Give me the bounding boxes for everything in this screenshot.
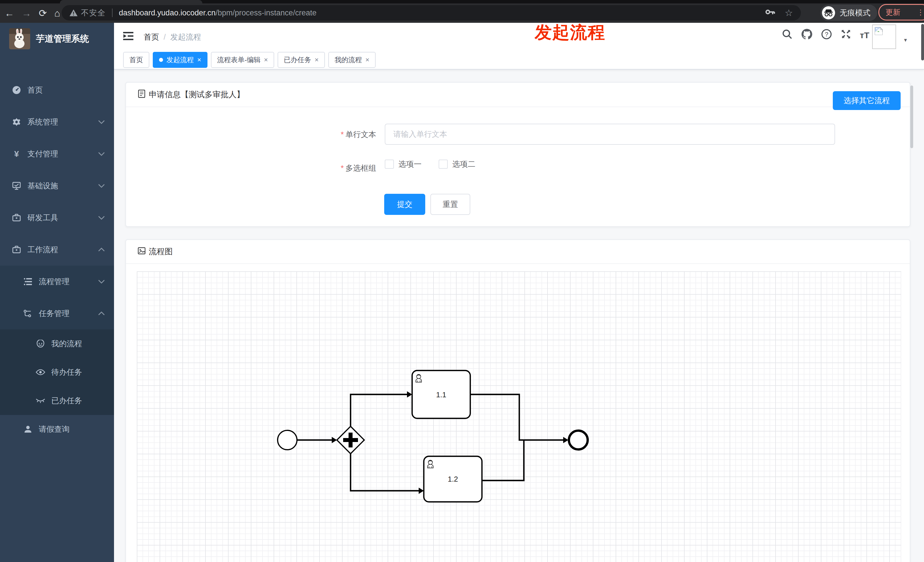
address-bar[interactable]: 不安全 dashboard.yudao.iocoder.cn /bpm/proc… (62, 5, 801, 21)
checkbox-label: 选项二 (452, 159, 476, 169)
tab-close-icon[interactable]: × (264, 56, 268, 64)
bookmark-star-icon[interactable]: ☆ (784, 7, 793, 18)
sidebar-item-infra[interactable]: 基础设施 (0, 170, 114, 202)
active-tab-dot (159, 58, 163, 62)
insecure-label: 不安全 (81, 8, 106, 18)
svg-text:?: ? (825, 31, 828, 38)
github-icon[interactable] (801, 28, 813, 42)
chevron-up-icon (98, 245, 105, 254)
update-label: 更新 (885, 7, 900, 17)
checkbox-label: 选项一 (399, 159, 422, 169)
tab-done-tasks[interactable]: 已办任务 × (278, 52, 325, 68)
sidebar-item-todo-tasks[interactable]: 待办任务 (0, 358, 114, 387)
avatar-caret-icon[interactable]: ▾ (904, 36, 907, 43)
reload-icon[interactable]: ⟳ (39, 7, 47, 19)
tab-start-process[interactable]: 发起流程 × (153, 52, 207, 68)
tab-close-icon[interactable]: × (365, 56, 369, 64)
flow-task2-to-end (482, 441, 524, 481)
browser-toolbar: ← → ⟳ ⌂ 不安全 dashboard.yudao.iocoder.cn /… (0, 0, 924, 23)
chevron-down-icon (98, 150, 105, 159)
required-mark: * (340, 164, 344, 172)
sidebar-item-system[interactable]: 系统管理 (0, 106, 114, 138)
breadcrumb-home[interactable]: 首页 (144, 32, 159, 42)
diagram-card-header: 流程图 (126, 240, 910, 264)
bpmn-canvas[interactable]: 1.1 1.2 (137, 271, 901, 562)
help-icon[interactable]: ? (821, 29, 832, 42)
sidebar-item-done-tasks[interactable]: 已办任务 (0, 387, 114, 415)
tab-label: 流程表单-编辑 (217, 55, 261, 64)
sidebar-collapse-icon[interactable] (123, 31, 134, 43)
sidebar-item-my-process[interactable]: 我的流程 (0, 330, 114, 358)
chevron-down-icon (98, 213, 105, 222)
tab-home[interactable]: 首页 (123, 52, 149, 68)
user-icon (23, 425, 33, 433)
checkbox-option-2[interactable]: 选项二 (439, 159, 476, 169)
fullscreen-icon[interactable] (840, 29, 851, 42)
flow-branch-icon (23, 310, 33, 318)
document-icon (137, 90, 146, 100)
password-key-icon[interactable] (765, 9, 776, 17)
checkbox-option-1[interactable]: 选项一 (385, 159, 422, 169)
briefcase-icon (11, 245, 22, 254)
toolbox-icon (11, 213, 22, 222)
search-icon[interactable] (782, 29, 793, 42)
chevron-down-icon (98, 277, 105, 286)
sidebar-item-label: 工作流程 (27, 244, 58, 255)
browser-tabstrip (0, 0, 924, 3)
sidebar-item-label: 请假查询 (39, 424, 69, 434)
font-size-icon[interactable]: тT (860, 30, 869, 40)
chrome-update-button[interactable]: 更新 ⋮ (878, 4, 924, 21)
browser-active-tab[interactable] (60, 0, 202, 3)
sidebar-item-task-mgmt[interactable]: 任务管理 (0, 298, 114, 330)
single-text-input[interactable] (385, 124, 835, 145)
sidebar-item-process-mgmt[interactable]: 流程管理 (0, 265, 114, 298)
parallel-gateway[interactable] (337, 426, 364, 454)
field-label: 多选框组 (345, 164, 376, 172)
tab-form-edit[interactable]: 流程表单-编辑 × (211, 52, 274, 68)
sidebar-item-home[interactable]: 首页 (0, 74, 114, 106)
flow-task1-to-end (470, 394, 563, 440)
sidebar-item-devtools[interactable]: 研发工具 (0, 202, 114, 234)
app-header: 首页 / 发起流程 ? тT ▾ 发起流程 (114, 23, 924, 51)
breadcrumb-current: 发起流程 (170, 32, 201, 42)
url-path: /bpm/process-instance/create (216, 9, 316, 17)
page: ← → ⟳ ⌂ 不安全 dashboard.yudao.iocoder.cn /… (0, 0, 924, 562)
content-scrollbar-thumb[interactable] (910, 85, 913, 148)
choose-other-process-button[interactable]: 选择其它流程 (833, 91, 901, 110)
sidebar-item-payment[interactable]: ¥ 支付管理 (0, 138, 114, 170)
submit-button[interactable]: 提交 (384, 194, 425, 215)
sidebar-item-leave-query[interactable]: 请假查询 (0, 415, 114, 444)
monitor-icon (11, 181, 22, 190)
robot-face-icon (35, 340, 46, 348)
tab-close-icon[interactable]: × (197, 56, 201, 64)
tab-close-icon[interactable]: × (315, 56, 319, 64)
app-logo[interactable]: 芋道管理系统 (0, 23, 114, 55)
forward-icon[interactable]: → (22, 8, 32, 19)
form-card-title: 申请信息【测试多审批人】 (149, 89, 244, 100)
divider (112, 9, 112, 17)
home-icon[interactable]: ⌂ (54, 8, 60, 19)
bpmn-diagram: 1.1 1.2 (137, 271, 901, 562)
user-task-1-2[interactable]: 1.2 (424, 456, 482, 502)
sidebar-item-workflow[interactable]: 工作流程 (0, 234, 114, 265)
chevron-down-icon (98, 181, 105, 190)
incognito-badge: 无痕模式 (820, 4, 877, 21)
single-text-label: *单行文本 (308, 129, 376, 139)
user-task-1-1[interactable]: 1.1 (412, 370, 470, 418)
window-scrollbar-thumb[interactable] (921, 24, 924, 60)
breadcrumb-separator: / (164, 33, 166, 42)
incognito-label: 无痕模式 (840, 8, 870, 18)
tab-my-process[interactable]: 我的流程 × (328, 52, 376, 68)
checkbox-icon[interactable] (439, 160, 448, 169)
chrome-menu-icon[interactable]: ⋮ (917, 8, 924, 17)
avatar[interactable] (872, 24, 896, 49)
app-title: 芋道管理系统 (36, 33, 89, 45)
checkbox-icon[interactable] (385, 160, 394, 169)
back-icon[interactable]: ← (4, 8, 14, 19)
tab-label: 发起流程 (166, 55, 194, 64)
eye-closed-icon (35, 397, 46, 404)
reset-button[interactable]: 重置 (430, 194, 470, 215)
end-event[interactable] (569, 431, 588, 450)
sidebar: 芋道管理系统 首页 系统管理 ¥ 支付管理 (0, 23, 114, 562)
start-event[interactable] (278, 430, 297, 450)
